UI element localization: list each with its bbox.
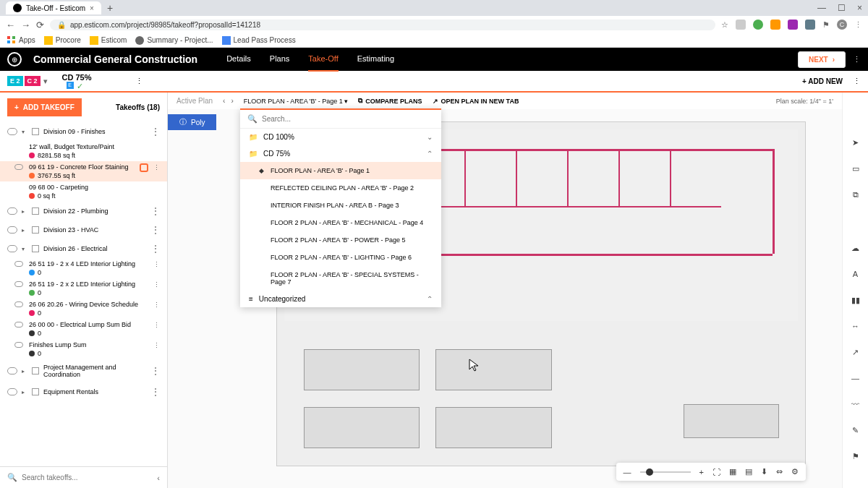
division-menu-icon[interactable]: ⋮: [151, 206, 160, 216]
open-new-tab-button[interactable]: ↗OPEN PLAN IN NEW TAB: [433, 98, 519, 105]
takeoff-item-wall[interactable]: 12' wall, Budget Texture/Paint 8281.58 s…: [0, 141, 167, 161]
plan-item-3[interactable]: INTERIOR FINISH PLAN - AREA B - Page 3: [240, 197, 441, 214]
visibility-toggle[interactable]: [14, 322, 23, 328]
item-menu-icon[interactable]: ⋮: [153, 261, 160, 268]
search-takeoffs-input[interactable]: [22, 474, 153, 481]
plan-item-1[interactable]: FLOOR PLAN - AREA 'B' - Page 1: [240, 162, 441, 179]
line-tool[interactable]: —: [849, 372, 862, 385]
visibility-toggle[interactable]: [7, 367, 17, 374]
division-menu-icon[interactable]: ⋮: [151, 244, 160, 254]
apps-bookmark[interactable]: Apps: [7, 36, 35, 45]
profile-icon[interactable]: C: [837, 20, 847, 30]
plan-item-5[interactable]: FLOOR 2 PLAN - AREA 'B' - POWER - Page 5: [240, 231, 441, 249]
division-23[interactable]: ▸ Division 23 - HVAC ⋮: [0, 221, 167, 239]
reload-button[interactable]: ⟳: [36, 20, 44, 30]
extension-icon[interactable]: [753, 20, 763, 30]
takeoff-item-lump[interactable]: ⋮ 26 00 00 - Electrical Lump Sum Bid 0: [0, 319, 167, 339]
zoom-handle[interactable]: [646, 468, 653, 476]
measure-tool[interactable]: ↔: [849, 320, 862, 333]
flag-tool[interactable]: ⚑: [849, 450, 862, 463]
arrow-tool[interactable]: ↗: [849, 346, 862, 359]
checkbox[interactable]: [32, 226, 39, 234]
minimize-icon[interactable]: —: [817, 3, 826, 13]
collapse-sidebar-icon[interactable]: ‹: [157, 474, 160, 482]
expand-icon[interactable]: ▸: [22, 389, 27, 395]
address-bar[interactable]: 🔒 app.esticom.com/project/98985/takeoff?…: [50, 20, 715, 30]
extension-icon[interactable]: [788, 20, 798, 30]
bookmark-summary[interactable]: Summary - Project...: [135, 36, 213, 45]
extension-icon[interactable]: [805, 20, 815, 30]
subheader-menu-icon[interactable]: ⋮: [853, 77, 861, 86]
browser-menu-icon[interactable]: ⋮: [854, 20, 862, 30]
expand-icon[interactable]: ▸: [22, 368, 27, 374]
folder-cd100[interactable]: 📁 CD 100% ⌄: [240, 129, 441, 145]
visibility-toggle[interactable]: [14, 301, 23, 307]
visibility-toggle[interactable]: [7, 128, 17, 135]
app-logo[interactable]: ⊕: [7, 52, 22, 67]
plan-search-input[interactable]: [262, 115, 434, 123]
plan-item-2[interactable]: REFLECTED CEILING PLAN - AREA 'B' - Page…: [240, 179, 441, 197]
item-menu-icon[interactable]: ⋮: [153, 281, 160, 288]
takeoff-item-led2[interactable]: ⋮ 26 51 19 - 2 x 2 LED Interior Lighting…: [0, 278, 167, 299]
plan-selector[interactable]: FLOOR PLAN - AREA 'B' - Page 1 ▾: [244, 98, 349, 105]
zoom-out-button[interactable]: —: [624, 468, 631, 476]
prev-plan-icon[interactable]: ‹: [223, 97, 225, 105]
rectangle-tool[interactable]: ▭: [849, 162, 862, 175]
item-menu-icon[interactable]: ⋮: [153, 322, 160, 329]
zoom-in-button[interactable]: +: [699, 468, 704, 476]
new-tab-button[interactable]: +: [107, 2, 113, 14]
tab-plans[interactable]: Plans: [270, 47, 290, 72]
extension-icon[interactable]: [770, 20, 780, 30]
takeoff-item-wiring[interactable]: ⋮ 26 06 20.26 - Wiring Device Schedule 0: [0, 299, 167, 319]
badge-dropdown-icon[interactable]: ▾: [43, 77, 48, 86]
bookmark-esticom[interactable]: Esticom: [90, 36, 127, 45]
maximize-icon[interactable]: ☐: [838, 3, 846, 13]
grid-icon[interactable]: ▦: [729, 467, 736, 476]
fit-screen-icon[interactable]: ⛶: [712, 468, 720, 476]
back-button[interactable]: ←: [6, 20, 15, 30]
visibility-toggle[interactable]: [14, 261, 23, 267]
visibility-toggle[interactable]: [7, 207, 17, 215]
next-plan-icon[interactable]: ›: [231, 97, 233, 105]
text-tool[interactable]: A: [849, 267, 862, 281]
tab-takeoff[interactable]: Take-Off: [308, 47, 338, 72]
layers-icon[interactable]: ▤: [745, 467, 752, 476]
checkbox[interactable]: [32, 388, 39, 395]
extensions-icon[interactable]: ⚑: [822, 20, 830, 30]
checkbox[interactable]: [32, 245, 39, 252]
extension-icon[interactable]: [736, 20, 746, 30]
division-menu-icon[interactable]: ⋮: [151, 127, 160, 137]
takeoff-item-carpet[interactable]: 09 68 00 - Carpeting 0 sq ft: [0, 181, 167, 202]
close-window-icon[interactable]: ×: [857, 3, 862, 13]
collapse-icon[interactable]: ▾: [22, 129, 27, 135]
browser-tab[interactable]: Take-Off - Esticom ×: [6, 1, 101, 14]
checkbox[interactable]: [32, 207, 39, 215]
cloud-tool[interactable]: ☁: [849, 241, 862, 254]
division-eq[interactable]: ▸ Equipment Rentals ⋮: [0, 382, 167, 401]
takeoff-item-finlump[interactable]: ⋮ Finishes Lump Sum 0: [0, 339, 167, 359]
add-takeoff-button[interactable]: +ADD TAKEOFF: [7, 98, 82, 116]
bookmark-leadpass[interactable]: Lead Pass Process: [222, 36, 296, 45]
plan-item-7[interactable]: FLOOR 2 PLAN - AREA 'B' - SPECIAL SYSTEM…: [240, 266, 441, 291]
division-22[interactable]: ▸ Division 22 - Plumbing ⋮: [0, 202, 167, 221]
header-menu-icon[interactable]: ⋮: [853, 55, 861, 64]
expand-icon[interactable]: ▸: [22, 227, 27, 234]
plan-item-6[interactable]: FLOOR 2 PLAN - AREA 'B' - LIGHTING - Pag…: [240, 249, 441, 266]
section-menu-icon[interactable]: ⋮: [135, 77, 143, 86]
checkbox[interactable]: [32, 367, 39, 374]
checkbox[interactable]: [32, 128, 39, 135]
takeoff-item-stain[interactable]: ⋮ 09 61 19 - Concrete Floor Staining 376…: [0, 161, 167, 181]
compare-plans-button[interactable]: ⧉COMPARE PLANS: [358, 97, 422, 105]
visibility-toggle[interactable]: [14, 164, 23, 170]
item-menu-icon[interactable]: ⋮: [153, 164, 160, 171]
division-menu-icon[interactable]: ⋮: [151, 366, 160, 376]
bookmark-procore[interactable]: Procore: [44, 36, 81, 45]
tab-estimating[interactable]: Estimating: [357, 47, 394, 72]
visibility-toggle[interactable]: [14, 281, 23, 287]
takeoff-item-led4[interactable]: ⋮ 26 51 19 - 2 x 4 LED Interior Lighting…: [0, 258, 167, 278]
item-menu-icon[interactable]: ⋮: [153, 342, 160, 349]
division-menu-icon[interactable]: ⋮: [151, 225, 160, 235]
collapse-icon[interactable]: ▾: [22, 246, 27, 252]
copy-tool[interactable]: ⧉: [849, 188, 862, 201]
curve-tool[interactable]: 〰: [849, 398, 862, 411]
